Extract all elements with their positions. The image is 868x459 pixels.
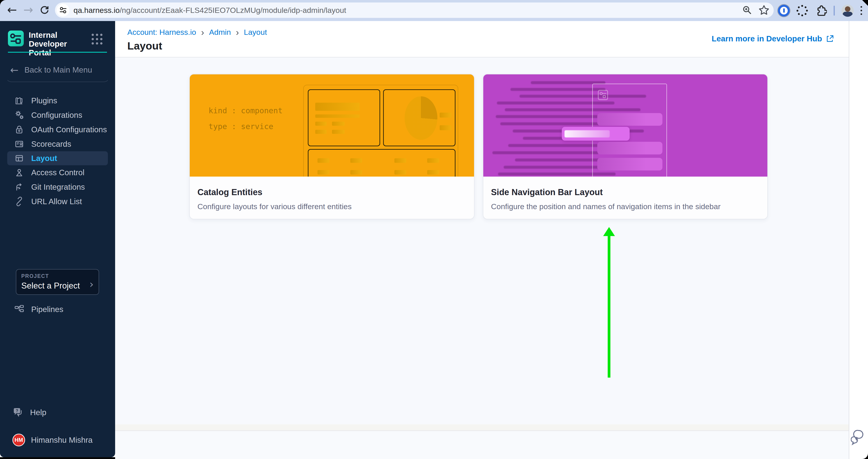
project-value: Select a Project (21, 281, 94, 291)
table-widget-mock (308, 149, 456, 176)
module-grid-icon[interactable] (92, 34, 102, 44)
breadcrumb-account[interactable]: Account: Harness.io (127, 28, 196, 37)
bookmark-star-icon[interactable] (758, 4, 770, 16)
chat-support-button[interactable] (851, 428, 867, 447)
sidebar-menu: Plugins Configurations (0, 93, 115, 209)
learn-more-link[interactable]: Learn more in Developer Hub (712, 34, 834, 43)
sidebar-item-access-control[interactable]: Access Control (0, 165, 115, 180)
url-allow-list-icon (14, 196, 24, 207)
yaml-kind-line: kind : component (209, 106, 283, 115)
rounded-divider (6, 55, 110, 82)
sidebar-item-git-integrations[interactable]: Git Integrations (0, 180, 115, 194)
browser-forward-button[interactable]: → (20, 2, 36, 18)
browser-back-button[interactable]: ← (4, 2, 20, 18)
nav-item-mock (597, 142, 662, 155)
configurations-icon (14, 110, 24, 120)
address-bar[interactable]: qa.harness.io/ng/account/zEaak-FLS425IEO… (55, 2, 774, 18)
nav-item-mock-dragging (562, 127, 630, 141)
loading-extension-icon[interactable] (797, 5, 808, 16)
learn-more-label: Learn more in Developer Hub (712, 34, 822, 43)
card-title: Side Navigation Bar Layout (491, 188, 760, 197)
sidebar-item-oauth-configurations[interactable]: OAuth Configurations (0, 122, 115, 137)
chart-widget-mock (383, 89, 456, 146)
sidebar-item-pipelines[interactable]: Pipelines (14, 304, 63, 315)
sidebar-item-plugins[interactable]: Plugins (0, 93, 115, 108)
sidebar: Internal Developer Portal ← Back to Main… (0, 21, 115, 457)
annotation-arrow-up (603, 227, 615, 378)
nav-item-mock (597, 113, 662, 126)
oauth-lock-icon (14, 124, 24, 135)
yaml-type-line: type : service (209, 122, 273, 131)
external-link-icon (826, 34, 834, 43)
help-chat-icon: ? (12, 406, 24, 418)
nav-item-mock (597, 158, 662, 170)
page-header: Account: Harness.io › Admin › Layout Lay… (115, 21, 849, 58)
chat-bubbles-icon (851, 428, 867, 447)
project-label: PROJECT (21, 273, 94, 279)
window-edge (0, 457, 122, 459)
zoom-page-icon[interactable] (742, 5, 752, 15)
reload-icon (39, 4, 50, 15)
idp-logo (8, 31, 24, 46)
url-domain: qa.harness.io (73, 6, 120, 14)
browser-toolbar: ← → qa.harness.io/ng/account/zEaak-FLS42… (0, 0, 868, 21)
page-title: Layout (127, 39, 162, 52)
user-avatar: HM (12, 434, 25, 446)
pipelines-label: Pipelines (31, 305, 63, 314)
catalog-entities-card[interactable]: kind : component type : service (189, 74, 474, 219)
browser-reload-button[interactable] (37, 2, 53, 18)
breadcrumb-admin[interactable]: Admin (209, 28, 231, 37)
teal-divider (8, 52, 107, 53)
sidebar-item-scorecards[interactable]: Scorecards (0, 137, 115, 151)
side-nav-illustration (483, 74, 767, 176)
pie-chart-mock (405, 96, 437, 140)
brand-title: Internal Developer Portal (29, 31, 85, 57)
card-description: Configure the position and names of navi… (491, 202, 760, 211)
pipelines-icon (14, 304, 24, 315)
plugins-icon (14, 95, 24, 106)
breadcrumb-separator-icon: › (236, 29, 239, 36)
extensions-puzzle-icon[interactable] (815, 4, 827, 17)
scorecards-icon (14, 139, 24, 149)
footer-area (115, 431, 849, 459)
chevron-right-icon: › (90, 278, 94, 290)
user-name: Himanshu Mishra (31, 435, 93, 445)
card-description: Configure layouts for various different … (197, 202, 466, 211)
sidebar-item-configurations[interactable]: Configurations (0, 108, 115, 122)
screen: ← → qa.harness.io/ng/account/zEaak-FLS42… (0, 0, 868, 459)
url-text[interactable]: qa.harness.io/ng/account/zEaak-FLS425IEO… (73, 6, 346, 15)
sidebar-item-layout[interactable]: Layout (7, 151, 108, 165)
about-widget-mock (308, 89, 380, 146)
card-title: Catalog Entities (197, 188, 466, 197)
toolbar-separator (834, 6, 835, 15)
side-nav-layout-card[interactable]: Side Navigation Bar Layout Configure the… (483, 74, 768, 219)
breadcrumb: Account: Harness.io › Admin › Layout (127, 28, 267, 37)
breadcrumb-separator-icon: › (201, 29, 204, 36)
git-integrations-icon (14, 182, 24, 192)
project-selector[interactable]: PROJECT Select a Project › (16, 269, 99, 295)
help-label: Help (30, 408, 46, 417)
browser-profile-avatar[interactable] (841, 4, 854, 17)
sidebar-item-help[interactable]: ? Help (12, 406, 46, 418)
breadcrumb-layout[interactable]: Layout (244, 28, 267, 37)
sidebar-item-url-allow-list[interactable]: URL Allow List (0, 194, 115, 209)
right-panel (849, 21, 868, 459)
layout-icon (14, 153, 24, 163)
browser-menu-icon[interactable] (861, 6, 862, 15)
catalog-entities-illustration: kind : component type : service (190, 74, 474, 176)
url-path: /ng/account/zEaak-FLS425IEO7OLzMUg/modul… (120, 6, 346, 14)
password-manager-extension-icon[interactable] (778, 5, 790, 17)
svg-text:?: ? (16, 408, 18, 413)
content-area: kind : component type : service (115, 58, 849, 424)
footer-strip (115, 424, 849, 431)
user-profile[interactable]: HM Himanshu Mishra (12, 434, 93, 446)
sidebar-mock-logo (597, 89, 609, 101)
site-settings-icon[interactable] (57, 4, 69, 17)
access-control-icon (14, 167, 24, 178)
